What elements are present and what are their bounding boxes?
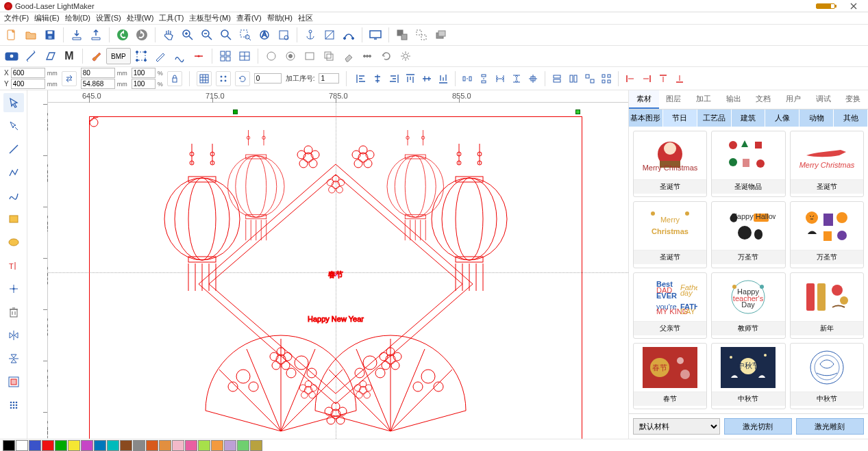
cut-point-button[interactable] (190, 47, 208, 65)
gallery-item[interactable]: 圣诞物品 (711, 131, 785, 197)
gallery-item[interactable]: Happy Halloween万圣节 (711, 201, 785, 268)
color-swatch[interactable] (94, 440, 106, 451)
edge-left-icon[interactable] (623, 71, 638, 86)
group-button[interactable] (393, 26, 411, 44)
align-middle-icon[interactable] (419, 71, 434, 86)
align-center-h-icon[interactable] (370, 71, 385, 86)
dots-button[interactable] (358, 47, 376, 65)
menu-item[interactable]: 帮助(H) (267, 13, 293, 23)
gallery-item[interactable]: 新年 (790, 272, 864, 339)
color-swatch[interactable] (146, 440, 158, 451)
color-swatch[interactable] (68, 440, 80, 451)
text-m-button[interactable]: M (60, 47, 78, 65)
polyline-tool[interactable] (3, 163, 24, 182)
path-button[interactable] (340, 26, 358, 44)
color-swatch[interactable] (42, 440, 54, 451)
dist-v-icon[interactable] (476, 71, 491, 86)
height-input[interactable] (81, 79, 115, 89)
camera-button[interactable] (3, 47, 21, 65)
handle-tl[interactable] (233, 109, 238, 114)
category-tab[interactable]: 其他 (834, 109, 868, 127)
point-tool[interactable] (3, 279, 24, 298)
color-swatch[interactable] (133, 440, 145, 451)
zoom-in-button[interactable] (179, 26, 197, 44)
zoom-all-button[interactable]: A (256, 26, 273, 44)
menu-item[interactable]: 设置(S) (96, 13, 121, 23)
skew-button[interactable] (41, 47, 59, 65)
new-file-button[interactable] (3, 26, 21, 44)
gallery-item[interactable]: Merry Christmas圣诞节 (633, 131, 707, 197)
space-v-icon[interactable] (509, 71, 524, 86)
canvas[interactable]: × (48, 103, 628, 439)
undo-button[interactable] (114, 26, 132, 44)
zoom-fit-button[interactable] (217, 26, 235, 44)
screen-button[interactable] (367, 26, 384, 44)
material-select[interactable]: 默认材料 (633, 418, 720, 435)
gallery-item[interactable]: Merry Christmas圣诞节 (790, 131, 864, 197)
mirror-h-tool[interactable] (3, 326, 24, 345)
ellipse-tool[interactable] (3, 233, 24, 252)
save-button[interactable] (41, 26, 59, 44)
menu-item[interactable]: 编辑(E) (34, 13, 60, 23)
record-button[interactable] (282, 47, 299, 65)
laser-engrave-button[interactable]: 激光雕刻 (796, 418, 864, 435)
grid-icon[interactable] (197, 71, 212, 86)
eraser-button[interactable] (339, 47, 357, 65)
import-button[interactable] (68, 26, 86, 44)
color-swatch[interactable] (185, 440, 197, 451)
dist-h-icon[interactable] (460, 71, 475, 86)
right-tab[interactable]: 文档 (749, 90, 779, 109)
settings-gear-button[interactable] (397, 47, 414, 65)
rotate-button[interactable] (377, 47, 395, 65)
pan-button[interactable] (160, 26, 177, 44)
category-tab[interactable]: 人像 (765, 109, 799, 127)
y-input[interactable] (11, 79, 45, 89)
mirror-v-tool[interactable] (3, 349, 24, 368)
menu-item[interactable]: 处理(W) (127, 13, 154, 23)
category-tab[interactable]: 基本图形 (629, 109, 663, 127)
pen-button[interactable] (151, 47, 169, 65)
zoom-out-button[interactable] (198, 26, 216, 44)
color-swatch[interactable] (107, 440, 119, 451)
rect-tool[interactable] (3, 209, 24, 229)
width-input[interactable] (81, 68, 115, 78)
category-tab[interactable]: 工艺品 (697, 109, 732, 127)
menu-item[interactable]: 主板型号(M) (189, 13, 231, 23)
open-file-button[interactable] (22, 26, 40, 44)
color-swatch[interactable] (3, 440, 15, 451)
color-swatch[interactable] (237, 440, 249, 451)
redo-button[interactable] (133, 26, 151, 44)
color-swatch[interactable] (159, 440, 171, 451)
align-right-icon[interactable] (386, 71, 401, 86)
rotate-input-icon[interactable] (235, 71, 250, 86)
right-tab[interactable]: 加工 (689, 90, 719, 109)
laser-cut-button[interactable]: 激光切割 (724, 418, 792, 435)
gallery-item[interactable]: 春节春节 (633, 343, 707, 409)
artwork[interactable]: 春节 Happy New Year (89, 116, 582, 439)
ungroup-button[interactable] (412, 26, 430, 44)
snap-icon[interactable] (216, 71, 231, 86)
color-swatch[interactable] (250, 440, 262, 451)
menu-item[interactable]: 工具(T) (159, 13, 184, 23)
rotation-input[interactable] (254, 73, 282, 83)
line-tool[interactable] (3, 140, 24, 159)
color-swatch[interactable] (172, 440, 184, 451)
right-tab[interactable]: 用户 (778, 90, 808, 109)
export-button[interactable] (87, 26, 105, 44)
color-swatch[interactable] (211, 440, 223, 451)
grid-align-icon[interactable] (599, 71, 614, 86)
menu-item[interactable]: 文件(F) (4, 13, 29, 23)
color-swatch[interactable] (29, 440, 41, 451)
scale-x-input[interactable] (132, 68, 156, 78)
space-h-icon[interactable] (493, 71, 508, 86)
bounds-button[interactable] (132, 47, 150, 65)
node-edit-tool[interactable] (3, 116, 24, 136)
gallery-item[interactable]: 中秋节 (790, 343, 864, 409)
anchor-button[interactable] (301, 26, 319, 44)
gallery-item[interactable]: MerryChristmas圣诞节 (633, 201, 707, 268)
array-rect-button[interactable] (216, 47, 234, 65)
same-height-icon[interactable] (566, 71, 581, 86)
xy-swap-icon[interactable] (62, 71, 77, 86)
category-tab[interactable]: 节日 (663, 109, 697, 127)
align-bottom-icon[interactable] (436, 71, 451, 86)
